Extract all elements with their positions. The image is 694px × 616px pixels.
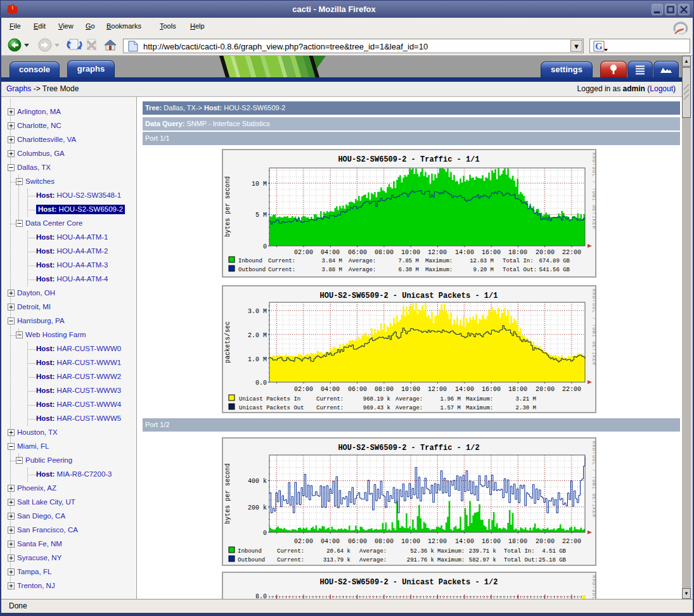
svg-text:Total Out:: Total Out: bbox=[503, 267, 537, 273]
svg-text:12:00: 12:00 bbox=[428, 538, 447, 545]
svg-text:3.0 M: 3.0 M bbox=[248, 308, 267, 315]
svg-text:Average:: Average: bbox=[395, 396, 423, 402]
svg-text:Current:: Current: bbox=[316, 396, 344, 402]
svg-text:bytes per second: bytes per second bbox=[224, 176, 231, 237]
svg-text:Maximum:: Maximum: bbox=[425, 258, 453, 264]
svg-text:1.96 M: 1.96 M bbox=[440, 396, 461, 402]
svg-text:08:00: 08:00 bbox=[375, 538, 394, 545]
svg-text:3.21 M: 3.21 M bbox=[516, 396, 536, 402]
svg-text:Unicast Packets In: Unicast Packets In bbox=[239, 396, 300, 402]
svg-text:RRDTOOL / TOBI OETIKER: RRDTOOL / TOBI OETIKER bbox=[591, 289, 596, 366]
svg-text:25.18 GB: 25.18 GB bbox=[539, 557, 567, 563]
svg-text:Maximum:: Maximum: bbox=[425, 267, 453, 273]
svg-text:06:00: 06:00 bbox=[348, 249, 367, 256]
svg-text:7.85 M: 7.85 M bbox=[399, 258, 419, 264]
svg-text:HOU-S2-SW6509-2 - Unicast Pack: HOU-S2-SW6509-2 - Unicast Packets - 1/2 bbox=[320, 578, 498, 587]
svg-text:5 M: 5 M bbox=[255, 212, 267, 219]
svg-text:Outbound: Outbound bbox=[238, 267, 266, 273]
svg-text:bytes per second: bytes per second bbox=[224, 463, 231, 524]
svg-text:HOU-S2-SW6509-2 - Traffic - 1/: HOU-S2-SW6509-2 - Traffic - 1/2 bbox=[338, 444, 479, 452]
svg-text:packets/sec: packets/sec bbox=[224, 321, 231, 363]
svg-text:RRDTOOL /: RRDTOOL / bbox=[591, 575, 596, 599]
svg-text:0.0: 0.0 bbox=[255, 380, 267, 387]
svg-text:04:00: 04:00 bbox=[321, 249, 340, 256]
svg-text:18:00: 18:00 bbox=[508, 538, 527, 545]
svg-text:RRDTOOL / TOBI OETIKER: RRDTOOL / TOBI OETIKER bbox=[591, 441, 596, 518]
svg-text:20.64 k: 20.64 k bbox=[326, 548, 350, 555]
svg-text:16:00: 16:00 bbox=[482, 386, 501, 393]
svg-text:0: 0 bbox=[263, 243, 267, 250]
svg-text:541.56 GB: 541.56 GB bbox=[539, 267, 570, 273]
svg-text:18:00: 18:00 bbox=[508, 386, 527, 393]
svg-text:16:00: 16:00 bbox=[482, 249, 501, 256]
svg-text:10 M: 10 M bbox=[252, 181, 267, 188]
svg-text:02:00: 02:00 bbox=[294, 386, 313, 393]
svg-text:52.36 k: 52.36 k bbox=[410, 548, 434, 555]
svg-text:04:00: 04:00 bbox=[321, 386, 340, 393]
svg-text:20:00: 20:00 bbox=[536, 538, 555, 545]
svg-text:Average:: Average: bbox=[359, 548, 387, 555]
svg-text:Inbound: Inbound bbox=[238, 548, 262, 555]
svg-text:14:00: 14:00 bbox=[455, 249, 474, 256]
svg-text:960.19 k: 960.19 k bbox=[363, 396, 390, 402]
svg-text:239.71 k: 239.71 k bbox=[469, 548, 496, 555]
svg-text:12:00: 12:00 bbox=[428, 386, 447, 393]
svg-text:Current:: Current: bbox=[316, 405, 344, 411]
svg-text:10:00: 10:00 bbox=[401, 249, 420, 256]
svg-text:06:00: 06:00 bbox=[348, 538, 367, 545]
svg-text:200 k: 200 k bbox=[248, 504, 267, 511]
svg-text:02:00: 02:00 bbox=[294, 538, 313, 545]
svg-text:RRDTOOL / TOBI OETIKER: RRDTOOL / TOBI OETIKER bbox=[591, 153, 596, 229]
svg-text:18:00: 18:00 bbox=[508, 249, 527, 256]
svg-text:313.79 k: 313.79 k bbox=[323, 557, 350, 563]
svg-text:04:00: 04:00 bbox=[321, 538, 340, 545]
svg-text:969.43 k: 969.43 k bbox=[363, 405, 390, 411]
svg-text:Current:: Current: bbox=[277, 548, 304, 555]
svg-text:3.84 M: 3.84 M bbox=[322, 258, 342, 264]
svg-text:Current:: Current: bbox=[277, 557, 304, 563]
svg-text:G: G bbox=[595, 41, 603, 51]
svg-text:12.83 M: 12.83 M bbox=[470, 258, 494, 264]
svg-text:2.0 M: 2.0 M bbox=[248, 332, 267, 339]
svg-text:3.88 M: 3.88 M bbox=[322, 267, 342, 273]
svg-text:22:00: 22:00 bbox=[562, 249, 581, 256]
svg-text:4.51 GB: 4.51 GB bbox=[542, 548, 566, 555]
svg-text:6.30 M: 6.30 M bbox=[399, 267, 419, 273]
svg-text:06:00: 06:00 bbox=[348, 386, 367, 393]
svg-text:Maximum:: Maximum: bbox=[437, 557, 465, 563]
svg-text:12:00: 12:00 bbox=[428, 249, 447, 256]
svg-text:16:00: 16:00 bbox=[482, 538, 501, 545]
svg-text:Outbound: Outbound bbox=[238, 557, 265, 563]
svg-text:Average:: Average: bbox=[395, 405, 423, 411]
svg-text:14:00: 14:00 bbox=[455, 538, 474, 545]
svg-text:10:00: 10:00 bbox=[401, 386, 420, 393]
svg-text:Total In:: Total In: bbox=[504, 548, 535, 555]
svg-text:Average:: Average: bbox=[349, 267, 376, 273]
svg-text:Maximum:: Maximum: bbox=[466, 396, 493, 402]
svg-text:Inbound: Inbound bbox=[238, 258, 262, 264]
svg-text:1.57 M: 1.57 M bbox=[440, 405, 461, 411]
svg-text:0: 0 bbox=[263, 530, 267, 537]
svg-text:Total Out:: Total Out: bbox=[504, 557, 538, 563]
svg-text:08:00: 08:00 bbox=[375, 386, 394, 393]
svg-text:Current:: Current: bbox=[268, 267, 295, 273]
svg-text:14:00: 14:00 bbox=[455, 386, 474, 393]
svg-text:582.97 k: 582.97 k bbox=[469, 557, 496, 563]
svg-text:Maximum:: Maximum: bbox=[437, 548, 465, 555]
svg-text:291.76 k: 291.76 k bbox=[407, 557, 434, 563]
svg-text:674.89 GB: 674.89 GB bbox=[539, 258, 570, 264]
svg-text:Average:: Average: bbox=[359, 557, 387, 563]
svg-text:20:00: 20:00 bbox=[536, 249, 555, 256]
svg-text:1.0 M: 1.0 M bbox=[248, 356, 267, 363]
svg-text:2.30 M: 2.30 M bbox=[516, 405, 536, 411]
svg-text:Unicast Packets Out: Unicast Packets Out bbox=[239, 405, 304, 411]
svg-text:HOU-S2-SW6509-2 - Unicast Pack: HOU-S2-SW6509-2 - Unicast Packets - 1/1 bbox=[320, 292, 498, 300]
svg-text:02:00: 02:00 bbox=[294, 249, 313, 256]
svg-text:10:00: 10:00 bbox=[401, 538, 420, 545]
svg-text:Average:: Average: bbox=[349, 258, 376, 264]
svg-text:400 k: 400 k bbox=[248, 478, 267, 485]
svg-text:HOU-S2-SW6509-2 - Traffic - 1/: HOU-S2-SW6509-2 - Traffic - 1/1 bbox=[338, 155, 479, 164]
svg-text:20:00: 20:00 bbox=[536, 386, 555, 393]
svg-text:Maximum:: Maximum: bbox=[466, 405, 493, 411]
svg-text:8.0: 8.0 bbox=[255, 593, 267, 599]
